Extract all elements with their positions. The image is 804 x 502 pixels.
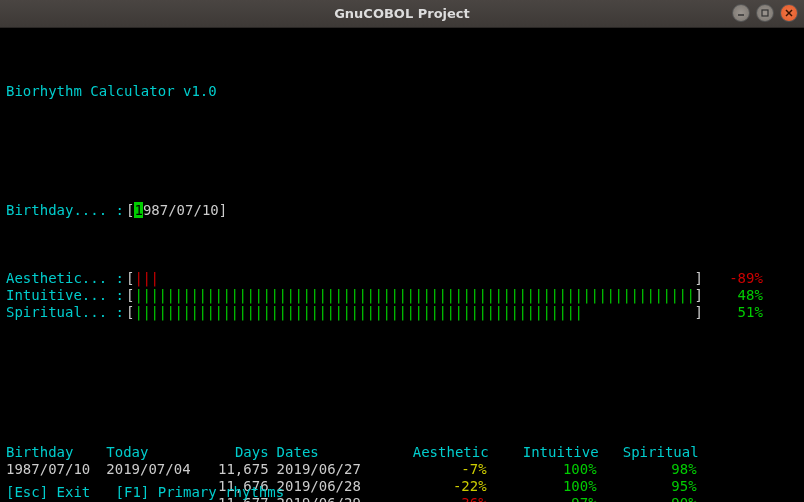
cell-birthday: 1987/07/10 (6, 461, 106, 478)
window-title: GnuCOBOL Project (0, 6, 804, 21)
cell-today: 2019/07/04 (106, 461, 206, 478)
col-days: Days (207, 444, 277, 461)
app-title: Biorhythm Calculator v1.0 (6, 83, 217, 100)
close-button[interactable] (780, 4, 798, 22)
col-intuitive: Intuitive (497, 444, 607, 461)
cell-intuitive: 100% (497, 461, 607, 478)
birthday-input[interactable]: 1987/07/10 (134, 202, 218, 219)
bar-row: Spiritual... :[|||||||||||||||||||||||||… (6, 304, 798, 321)
col-today: Today (106, 444, 206, 461)
birthday-label: Birthday.... : (6, 202, 126, 219)
cell-days: 11,675 (207, 461, 277, 478)
bar-row: Intuitive... :[|||||||||||||||||||||||||… (6, 287, 798, 304)
bar-label: Aesthetic... : (6, 270, 126, 287)
col-aesthetic: Aesthetic (387, 444, 497, 461)
minimize-button[interactable] (732, 4, 750, 22)
bar-value: 51% (703, 304, 763, 321)
bar-label: Intuitive... : (6, 287, 126, 304)
cell-aesthetic: -7% (387, 461, 497, 478)
col-spiritual: Spiritual (607, 444, 707, 461)
window-controls (732, 4, 798, 22)
footer-hints: [Esc] Exit [F1] Primary rhythms (6, 484, 798, 502)
table-header-row: Birthday Today Days Dates Aesthetic Intu… (6, 444, 707, 461)
bar-label: Spiritual... : (6, 304, 126, 321)
bar-track: ||||||||||||||||||||||||||||||||||||||||… (134, 304, 694, 321)
bar-value: -89% (703, 270, 763, 287)
svg-rect-1 (762, 10, 768, 16)
birthday-input-row: Birthday.... : [1987/07/10] (6, 202, 798, 219)
bar-track: ||| (134, 270, 694, 287)
maximize-button[interactable] (756, 4, 774, 22)
window-titlebar: GnuCOBOL Project (0, 0, 804, 28)
bar-value: 48% (703, 287, 763, 304)
col-dates: Dates (277, 444, 387, 461)
col-birthday: Birthday (6, 444, 106, 461)
cell-spiritual: 98% (607, 461, 707, 478)
terminal-area[interactable]: Biorhythm Calculator v1.0 Birthday.... :… (0, 28, 804, 502)
cell-date: 2019/06/27 (277, 461, 387, 478)
table-row: 1987/07/102019/07/0411,6752019/06/27-7%1… (6, 461, 707, 478)
bar-track: ||||||||||||||||||||||||||||||||||||||||… (134, 287, 694, 304)
bar-row: Aesthetic... :[||| ]-89% (6, 270, 798, 287)
